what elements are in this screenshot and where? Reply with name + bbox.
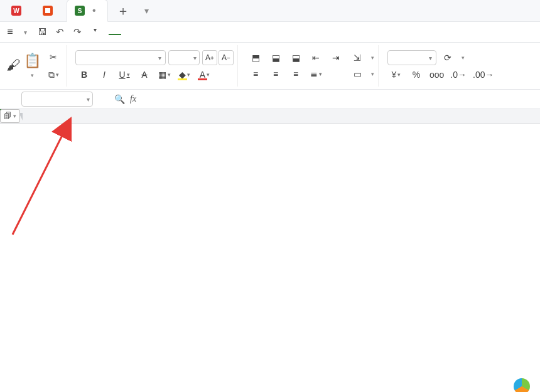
- paste-button[interactable]: 📋 ▾: [24, 53, 41, 79]
- align-center-icon[interactable]: ≡: [267, 67, 284, 81]
- font-color-button[interactable]: A: [196, 68, 213, 82]
- cut-icon[interactable]: ✂: [45, 50, 62, 64]
- menutab-view[interactable]: [199, 29, 212, 34]
- transpose-icon[interactable]: ⟳: [439, 51, 456, 65]
- ribbon: 🖌 📋 ▾ ✂ ⧉ ▾ ▾ A+ A−: [0, 43, 540, 90]
- font-shrink-button[interactable]: A−: [219, 50, 234, 65]
- align-bottom-icon[interactable]: ⬓: [287, 51, 305, 65]
- format-painter-button[interactable]: 🖌: [6, 57, 20, 75]
- font-grow-button[interactable]: A+: [202, 50, 217, 65]
- ribbon-group-clipboard: 🖌 📋 ▾ ✂ ⧉: [3, 45, 67, 87]
- qat-more-icon[interactable]: ▾: [89, 26, 101, 38]
- sheet-area: 🗐: [0, 109, 540, 392]
- dec-inc-button[interactable]: .0→: [448, 68, 468, 82]
- currency-button[interactable]: ¥: [387, 68, 405, 82]
- paste-label: ▾: [31, 70, 34, 79]
- menubar: ≡ ▾ 🖫 ↶ ↷ ▾: [0, 22, 540, 43]
- align-right-icon[interactable]: ≡: [287, 67, 305, 81]
- svg-text:S: S: [78, 8, 82, 14]
- paste-icon: 📋: [24, 53, 41, 69]
- bold-button[interactable]: B: [75, 68, 93, 82]
- ribbon-group-font: ▾ ▾ A+ A− B I U A ▦ ◆ A: [72, 45, 238, 87]
- new-tab-button[interactable]: ＋: [111, 3, 136, 19]
- menutab-formula[interactable]: [154, 29, 166, 34]
- tab-modified-dot: •: [92, 5, 100, 16]
- menutab-eff[interactable]: [244, 29, 257, 34]
- redo-icon[interactable]: ↷: [71, 26, 84, 38]
- watermark: [514, 378, 534, 392]
- paste-options-icon: 🗐: [4, 112, 11, 120]
- thousands-button[interactable]: ooo: [428, 68, 446, 82]
- menutab-insert[interactable]: [124, 29, 136, 34]
- undo-icon[interactable]: ↶: [53, 26, 66, 38]
- format-painter-icon: 🖌: [6, 57, 20, 73]
- wrap-icon[interactable]: ⇲: [348, 51, 366, 65]
- name-box[interactable]: ▾: [21, 92, 93, 107]
- justify-icon[interactable]: ≣: [307, 67, 325, 81]
- menutab-review[interactable]: [184, 29, 197, 34]
- menutab-member[interactable]: [229, 29, 242, 34]
- wps-logo-icon: W: [11, 6, 21, 16]
- app-tab[interactable]: W: [4, 0, 33, 21]
- underline-button[interactable]: U: [116, 68, 133, 82]
- hamburger-icon[interactable]: ≡: [4, 26, 16, 38]
- spreadsheet-icon: S: [75, 6, 85, 16]
- doc-tab-templates[interactable]: [35, 0, 64, 21]
- font-size-select[interactable]: ▾: [168, 50, 200, 65]
- borders-button[interactable]: ▦: [156, 68, 173, 82]
- fill-color-button[interactable]: ◆: [176, 68, 193, 82]
- indent-decrease-icon[interactable]: ⇤: [307, 51, 325, 65]
- menutab-data[interactable]: [169, 29, 181, 34]
- formula-bar: ▾ 🔍 fx: [0, 90, 540, 109]
- quick-access-toolbar: 🖫 ↶ ↷ ▾: [36, 26, 101, 38]
- align-middle-icon[interactable]: ⬓: [267, 51, 284, 65]
- formula-zoom-icon[interactable]: 🔍: [114, 94, 125, 104]
- align-left-icon[interactable]: ≡: [247, 67, 264, 81]
- annotation-arrow: [0, 109, 126, 247]
- indent-increase-icon[interactable]: ⇥: [327, 51, 345, 65]
- doc-tab-workbook[interactable]: S •: [67, 0, 108, 22]
- number-format-select[interactable]: ▾: [387, 50, 436, 65]
- formula-input[interactable]: [141, 98, 540, 100]
- watermark-logo-icon: [514, 378, 530, 392]
- font-name-select[interactable]: ▾: [75, 50, 166, 65]
- name-box-dropdown-icon[interactable]: ▾: [87, 96, 90, 103]
- menutab-home[interactable]: [109, 29, 121, 35]
- merge-icon[interactable]: ▭: [348, 67, 366, 81]
- fx-icon[interactable]: fx: [130, 94, 136, 104]
- dec-dec-button[interactable]: .00→: [471, 68, 495, 82]
- save-icon[interactable]: 🖫: [36, 26, 48, 38]
- strike-button[interactable]: A: [136, 68, 153, 82]
- copy-icon[interactable]: ⧉: [45, 68, 62, 82]
- italic-button[interactable]: I: [95, 68, 113, 82]
- align-top-icon[interactable]: ⬒: [247, 51, 264, 65]
- menutab-page[interactable]: [139, 29, 151, 34]
- menutab-tools[interactable]: [214, 29, 227, 34]
- column-headers: [25, 109, 540, 124]
- paste-options-button[interactable]: 🗐: [0, 109, 20, 123]
- svg-line-6: [13, 122, 69, 235]
- tab-menu-button[interactable]: ▾: [138, 4, 156, 18]
- file-menu[interactable]: ▾: [19, 28, 31, 37]
- svg-text:W: W: [13, 8, 19, 14]
- ribbon-group-align: ⬒ ⬓ ⬓ ⇤ ⇥ ≡ ≡ ≡ ≣ ⇲ ▾ ▭ ▾: [243, 45, 379, 87]
- ribbon-group-number: ▾ ⟳ ▾ ¥ % ooo .0→ .00→: [384, 45, 500, 87]
- percent-button[interactable]: %: [408, 68, 425, 82]
- titlebar: W S • ＋ ▾: [0, 0, 540, 22]
- template-icon: [43, 6, 53, 16]
